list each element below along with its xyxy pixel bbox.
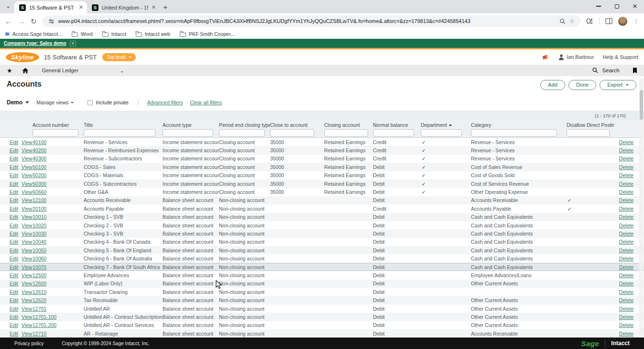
view-selector[interactable]: Demo — [7, 99, 29, 106]
view-link[interactable]: View — [22, 248, 33, 253]
edit-link[interactable]: Edit — [10, 306, 18, 312]
account-number-link[interactable]: 12600 — [33, 281, 46, 286]
browser-tab-inactive[interactable]: S United Kingdom - 15 Software ✕ — [87, 1, 160, 13]
edit-link[interactable]: Edit — [10, 139, 18, 145]
browser-menu-icon[interactable]: ⋮ — [633, 18, 639, 24]
bookmark-star-icon[interactable]: ☆ — [569, 18, 575, 24]
window-minimize-button[interactable] — [589, 0, 608, 12]
edit-link[interactable]: Edit — [10, 164, 18, 170]
delete-link[interactable]: Delete — [619, 306, 633, 312]
reload-icon[interactable]: ↻ — [31, 18, 37, 25]
entity-selector[interactable]: Top level — [102, 53, 135, 61]
announcements-icon[interactable] — [542, 54, 550, 61]
account-number-link[interactable]: 40100 — [33, 139, 46, 145]
add-button[interactable]: Add — [540, 80, 565, 90]
bookmark-item[interactable]: PKF Smith Cooper... — [180, 31, 235, 37]
view-link[interactable]: View — [22, 256, 33, 261]
column-header-normal-balance[interactable]: Normal balance — [373, 122, 421, 137]
delete-link[interactable]: Delete — [619, 231, 633, 236]
filter-input-account-type[interactable] — [163, 129, 213, 136]
edit-link[interactable]: Edit — [10, 281, 18, 286]
delete-link[interactable]: Delete — [619, 331, 633, 337]
account-number-link[interactable]: 12610 — [33, 289, 46, 295]
back-icon[interactable]: ← — [5, 18, 12, 25]
include-private-checkbox[interactable] — [87, 100, 93, 105]
url-text[interactable]: www-p04.intacct.com/ia/acct/frameset.pht… — [58, 18, 556, 24]
filter-input-account-number[interactable] — [33, 129, 78, 136]
delete-link[interactable]: Delete — [619, 147, 633, 153]
edit-link[interactable]: Edit — [10, 272, 18, 278]
window-maximize-button[interactable] — [608, 0, 626, 12]
account-number-link[interactable]: 50100 — [33, 164, 46, 170]
column-header-department[interactable]: Department — [421, 122, 471, 137]
view-link[interactable]: View — [22, 264, 33, 270]
edit-link[interactable]: Edit — [10, 314, 18, 320]
delete-link[interactable]: Delete — [619, 172, 633, 178]
search-in-address-icon[interactable] — [559, 18, 566, 24]
account-number-link[interactable]: 10020 — [33, 223, 46, 228]
account-number-link[interactable]: 12500 — [33, 272, 46, 278]
edit-link[interactable]: Edit — [10, 223, 18, 228]
account-number-link[interactable]: 12701 — [33, 306, 46, 312]
window-close-button[interactable]: ✕ — [626, 0, 644, 12]
view-link[interactable]: View — [22, 272, 33, 278]
delete-link[interactable]: Delete — [619, 206, 633, 212]
profile-avatar[interactable] — [618, 17, 627, 26]
edit-link[interactable]: Edit — [10, 248, 18, 253]
filter-input-disallow-direct-posting[interactable] — [567, 129, 610, 136]
delete-link[interactable]: Delete — [619, 239, 633, 245]
edit-link[interactable]: Edit — [10, 297, 18, 303]
view-link[interactable]: View — [22, 289, 33, 295]
done-button[interactable]: Done — [568, 80, 596, 90]
view-link[interactable]: View — [22, 197, 33, 203]
filter-input-title[interactable] — [84, 129, 155, 136]
filter-input-closing-account[interactable] — [324, 129, 368, 136]
delete-link[interactable]: Delete — [619, 223, 633, 228]
delete-link[interactable]: Delete — [619, 264, 633, 270]
account-number-link[interactable]: 12100 — [33, 197, 46, 203]
tab-close-icon[interactable]: ✕ — [79, 4, 83, 11]
edit-link[interactable]: Edit — [10, 147, 18, 153]
scrollbar-thumb[interactable] — [640, 90, 643, 120]
account-number-link[interactable]: 60660 — [33, 189, 46, 195]
address-bar[interactable]: www-p04.intacct.com/ia/acct/frameset.pht… — [43, 15, 580, 27]
edit-link[interactable]: Edit — [10, 289, 18, 295]
view-link[interactable]: View — [22, 297, 33, 303]
include-private-option[interactable]: Include private — [87, 100, 128, 105]
account-number-link[interactable]: 12710 — [33, 331, 46, 337]
home-icon[interactable] — [22, 68, 29, 74]
column-header-disallow-direct-posting[interactable]: Disallow Direct Posting — [567, 122, 614, 137]
tab-close-icon[interactable]: ✕ — [152, 4, 156, 11]
chevron-down-icon[interactable] — [120, 66, 123, 75]
search-label[interactable]: Search — [602, 68, 620, 73]
view-link[interactable]: View — [22, 172, 33, 178]
account-number-link[interactable]: 10030 — [33, 231, 46, 236]
account-number-link[interactable]: 10060 — [33, 256, 46, 261]
account-number-link[interactable]: 12701-200 — [33, 322, 56, 328]
search-icon[interactable] — [592, 68, 598, 73]
delete-link[interactable]: Delete — [619, 289, 633, 295]
delete-link[interactable]: Delete — [619, 181, 633, 187]
account-number-link[interactable]: 12701-100 — [33, 314, 56, 320]
view-link[interactable]: View — [22, 223, 33, 228]
module-selector[interactable]: General Ledger — [42, 68, 78, 73]
account-number-link[interactable]: 50300 — [33, 181, 46, 187]
advanced-filters-link[interactable]: Advanced filters — [147, 100, 183, 105]
edit-link[interactable]: Edit — [10, 189, 18, 195]
delete-link[interactable]: Delete — [619, 314, 633, 320]
bookmark-flag-icon[interactable] — [633, 68, 637, 74]
delete-link[interactable]: Delete — [619, 189, 633, 195]
edit-link[interactable]: Edit — [10, 197, 18, 203]
edit-link[interactable]: Edit — [10, 206, 18, 212]
user-menu[interactable]: Ian Barbour — [558, 54, 594, 60]
filter-input-period-end-closing-type[interactable] — [219, 129, 265, 136]
edit-link[interactable]: Edit — [10, 214, 18, 220]
filter-input-close-to-account[interactable] — [270, 129, 314, 136]
edit-link[interactable]: Edit — [10, 256, 18, 261]
view-link[interactable]: View — [22, 189, 33, 195]
bookmark-item[interactable]: Intacct — [102, 31, 126, 37]
account-number-link[interactable]: 10050 — [33, 248, 46, 253]
edit-link[interactable]: Edit — [10, 322, 18, 328]
column-header-close-to-account[interactable]: Close to account — [270, 122, 324, 137]
delete-link[interactable]: Delete — [619, 322, 633, 328]
